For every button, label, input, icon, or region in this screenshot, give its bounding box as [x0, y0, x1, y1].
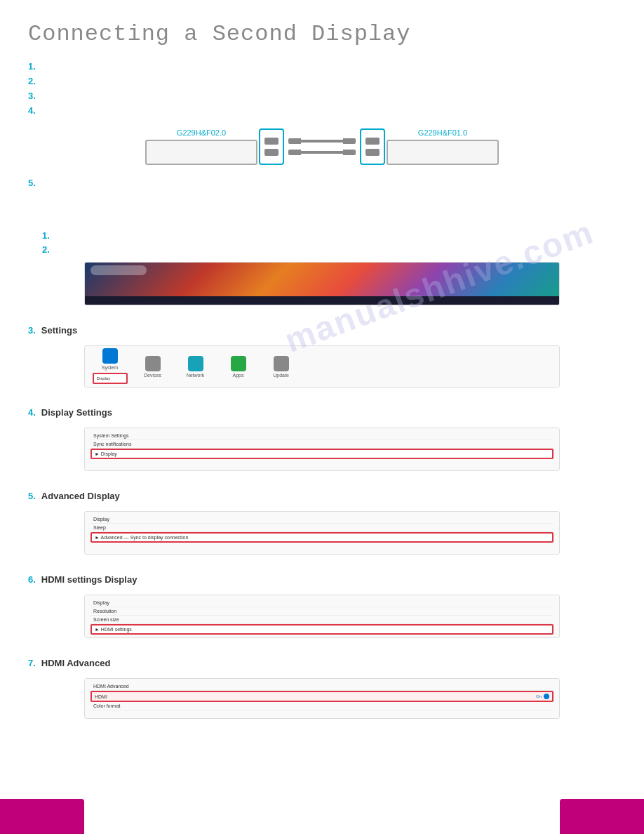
- plug-left-top: [288, 138, 301, 144]
- connector-port-bottom: [264, 149, 279, 156]
- screenshot-hdmi-settings: Display Resolution Screen size ► HDMI se…: [84, 595, 560, 638]
- hdmi-adv-row-format: Color format: [90, 702, 554, 710]
- settings-icon-update: [274, 356, 289, 371]
- screenshot-advanced-display: Display Sleep ► Advanced — Sync to displ…: [84, 511, 560, 555]
- hdmi-adv-title-text: HDMI Advanced: [93, 684, 129, 689]
- settings-icon-system: [102, 348, 118, 364]
- settings-item-update: Update: [262, 356, 300, 378]
- hdmi-toggle-on-label: On: [536, 694, 542, 699]
- cable-wire-bottom: [301, 151, 343, 154]
- ds-row-title: System Settings: [90, 432, 554, 440]
- plug-right-top: [343, 138, 356, 144]
- right-connector: [360, 128, 385, 165]
- screenshot-display-settings: System Settings Sync notifications ► Dis…: [84, 428, 560, 471]
- monitor-1: G229H&F02.0: [145, 128, 257, 165]
- step-3-text: Settings: [41, 325, 77, 336]
- sub-step-1: [42, 230, 616, 241]
- monitor-2-label: G229H&F01.0: [418, 128, 467, 137]
- hdmi-row-settings: ► HDMI settings: [90, 624, 554, 635]
- settings-label-update: Update: [273, 373, 289, 378]
- hdmi-adv-format-label: Color format: [93, 703, 121, 708]
- ds-row-notifications: Sync notifications: [90, 440, 554, 449]
- settings-label-network: Network: [187, 373, 205, 378]
- settings-highlight-text: Display: [97, 376, 111, 380]
- settings-highlight-system: Display: [93, 373, 128, 384]
- right-connector-port-bottom: [365, 149, 380, 156]
- adv-row-advanced: ► Advanced — Sync to display connection: [90, 532, 554, 543]
- steps-1-4: [28, 61, 616, 116]
- screenshot-settings-panel: System Display Devices Network Apps Upda…: [84, 345, 560, 388]
- hdmi-toggle-dot: [544, 694, 549, 699]
- settings-panel-image: System Display Devices Network Apps Upda…: [85, 346, 559, 387]
- display-settings-image: System Settings Sync notifications ► Dis…: [85, 428, 559, 470]
- hdmi-row-screen-size: Screen size: [90, 616, 554, 624]
- step-4-text: Display Settings: [41, 407, 112, 418]
- monitor-2: G229H&F01.0: [387, 128, 499, 165]
- step-2: [28, 76, 616, 86]
- cable-area: [288, 138, 356, 155]
- page-title: Connecting a Second Display: [28, 21, 616, 47]
- settings-icon-network: [188, 356, 203, 371]
- footer-left-bar: [0, 799, 84, 834]
- hdmi-adv-row-hdmi: HDMI On: [90, 691, 554, 702]
- sub-step-2: [42, 244, 616, 255]
- adv-row-sleep: Sleep: [90, 524, 554, 532]
- taskbar-bar: [85, 296, 559, 305]
- right-connector-port-top: [365, 138, 380, 145]
- monitor-1-body: [145, 140, 257, 165]
- plug-right-bottom: [343, 150, 356, 155]
- settings-label-system: System: [102, 365, 118, 370]
- hdmi-advanced-image: HDMI Advanced HDMI On Color format: [85, 679, 559, 718]
- hdmi-adv-toggle: On: [536, 694, 549, 699]
- connection-diagram: G229H&F02.0 G: [28, 128, 616, 165]
- settings-item-network: Network: [176, 356, 215, 378]
- sub-steps: [42, 230, 616, 255]
- cable-line-2: [288, 150, 356, 155]
- step-5-num: 5.: [28, 491, 36, 501]
- settings-label-apps: Apps: [233, 373, 244, 378]
- connector-port-top: [264, 138, 279, 145]
- hdmi-row-display: Display: [90, 599, 554, 607]
- monitor-1-label: G229H&F02.0: [177, 128, 226, 137]
- taskbar-image: [85, 263, 559, 305]
- adv-row-title: Display: [90, 515, 554, 524]
- step-6-text: HDMI settings Display: [41, 574, 137, 585]
- cable-wire-top: [301, 140, 343, 143]
- hdmi-adv-row-title: HDMI Advanced: [90, 682, 554, 691]
- step-6-num: 6.: [28, 574, 36, 585]
- settings-icon-apps: [231, 356, 246, 371]
- left-connector: [259, 128, 284, 165]
- step-3-num: 3.: [28, 325, 36, 336]
- footer: [0, 799, 644, 834]
- monitor-2-body: [387, 140, 499, 165]
- hdmi-row-resolution: Resolution: [90, 607, 554, 616]
- settings-item-devices: Devices: [133, 356, 172, 378]
- taskbar-search-bar: [90, 265, 147, 275]
- step-5-label: 5.: [28, 178, 616, 188]
- step-4-num: 4.: [28, 407, 36, 418]
- settings-icon-devices: [145, 356, 161, 371]
- cable-line-1: [288, 138, 356, 144]
- hdmi-adv-hdmi-label: HDMI: [95, 694, 107, 699]
- settings-item-system: System Display: [90, 348, 129, 385]
- ds-row-display: ► Display: [90, 449, 554, 459]
- step-7-num: 7.: [28, 658, 36, 668]
- settings-item-apps: Apps: [219, 356, 257, 378]
- step-3: [28, 91, 616, 101]
- step-1: [28, 61, 616, 72]
- step-4: [28, 105, 616, 116]
- step-5-text: Advanced Display: [41, 491, 120, 501]
- screenshot-hdmi-advanced: HDMI Advanced HDMI On Color format: [84, 678, 560, 719]
- advanced-display-image: Display Sleep ► Advanced — Sync to displ…: [85, 512, 559, 554]
- hdmi-settings-image: Display Resolution Screen size ► HDMI se…: [85, 595, 559, 637]
- footer-right-bar: [560, 799, 644, 834]
- settings-label-devices: Devices: [144, 373, 161, 378]
- screenshot-taskbar: [84, 262, 560, 305]
- step-7-text: HDMI Advanced: [41, 658, 110, 668]
- plug-left-bottom: [288, 150, 301, 155]
